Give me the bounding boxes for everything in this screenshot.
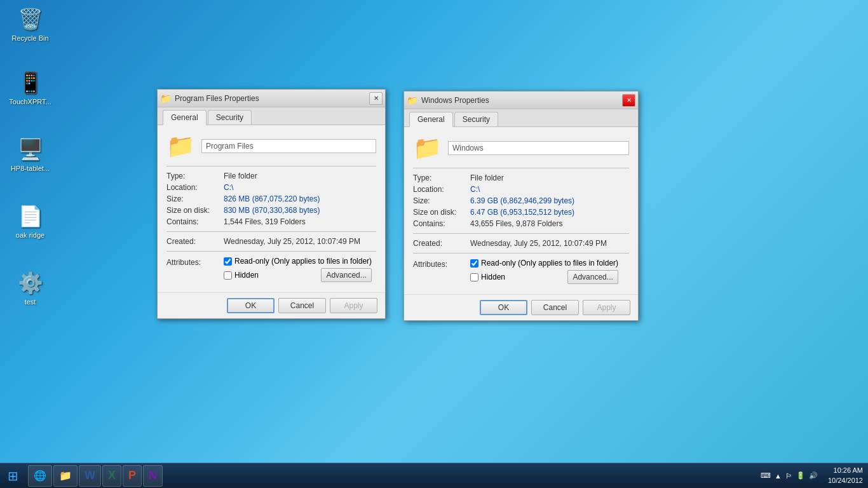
created-label: Created: xyxy=(166,237,224,246)
excel-icon: X xyxy=(108,469,116,482)
desktop-icon-touchxprt[interactable]: 📱 TouchXPRT... xyxy=(6,70,54,106)
taskbar-btn-ie[interactable]: 🌐 xyxy=(28,465,52,487)
w-size-label: Size: xyxy=(413,196,470,205)
ok-button-1[interactable]: OK xyxy=(227,298,275,313)
test-icon: ⚙️ xyxy=(18,270,43,295)
contains-label: Contains: xyxy=(166,217,224,226)
w-type-row: Type: File folder xyxy=(413,173,629,182)
size-label: Size: xyxy=(166,194,224,203)
tab-general-2[interactable]: General xyxy=(409,112,453,127)
type-row: Type: File folder xyxy=(166,172,376,180)
windows-close-button[interactable]: ✕ xyxy=(622,94,635,107)
program-files-name-input[interactable] xyxy=(201,139,376,153)
program-files-close-button[interactable]: ✕ xyxy=(369,92,383,105)
w-size-disk-row: Size on disk: 6.47 GB (6,953,152,512 byt… xyxy=(413,208,629,217)
w-attributes-row: Attributes: Read-only (Only applies to f… xyxy=(413,259,629,284)
file-explorer-icon: 📁 xyxy=(59,470,72,482)
desktop-icon-oak-ridge[interactable]: 📄 oak ridge xyxy=(6,203,54,240)
taskbar-btn-file-explorer[interactable]: 📁 xyxy=(53,465,78,487)
taskbar-btn-powerpoint[interactable]: P xyxy=(123,465,142,487)
w-readonly-row: Read-only (Only applies to files in fold… xyxy=(470,259,618,268)
taskbar-clock[interactable]: 10:26 AM 10/24/2012 xyxy=(823,466,868,485)
windows-controls: ✕ xyxy=(622,94,635,107)
battery-icon: 🔋 xyxy=(796,471,805,480)
program-files-footer: OK Cancel Apply xyxy=(158,292,385,318)
w-contains-label: Contains: xyxy=(413,219,470,228)
w-readonly-label: Read-only (Only applies to files in fold… xyxy=(481,259,618,268)
created-row: Created: Wednesday, July 25, 2012, 10:07… xyxy=(166,237,376,246)
cancel-button-1[interactable]: Cancel xyxy=(278,298,326,313)
windows-name-input[interactable] xyxy=(448,141,629,155)
tab-security-1[interactable]: Security xyxy=(208,110,252,125)
oak-ridge-icon: 📄 xyxy=(18,203,43,229)
created-value: Wednesday, July 25, 2012, 10:07:49 PM xyxy=(224,237,376,246)
readonly-label-1: Read-only (Only applies to files in fold… xyxy=(234,257,372,266)
powerpoint-icon: P xyxy=(128,469,136,482)
windows-tabs: General Security xyxy=(404,109,638,127)
advanced-button-1[interactable]: Advanced... xyxy=(321,268,372,282)
w-hidden-row: Hidden xyxy=(470,273,505,281)
taskbar-items: 🌐 📁 W X P N xyxy=(25,465,756,487)
tab-general-1[interactable]: General xyxy=(163,110,207,125)
program-files-titlebar[interactable]: 📁 Program Files Properties ✕ xyxy=(158,90,385,107)
contains-row: Contains: 1,544 Files, 319 Folders xyxy=(166,217,376,226)
volume-icon[interactable]: 🔊 xyxy=(809,471,818,480)
attributes-label: Attributes: xyxy=(166,257,224,267)
w-size-value: 6.39 GB (6,862,946,299 bytes) xyxy=(470,196,629,205)
program-files-content: 📁 Type: File folder Location: C:\ Size: … xyxy=(158,125,385,292)
w-hidden-label: Hidden xyxy=(481,273,505,281)
hidden-checkbox-1[interactable] xyxy=(224,271,232,280)
readonly-row-1: Read-only (Only applies to files in fold… xyxy=(224,257,372,266)
desktop-icon-recycle-bin[interactable]: 🗑️ Recycle Bin xyxy=(6,6,54,43)
taskbar: ⊞ 🌐 📁 W X P N ⌨ ▲ 🏳 🔋 🔊 10:26 AM 10/24/2… xyxy=(0,463,868,488)
program-files-folder-header: 📁 xyxy=(166,133,376,159)
w-location-value: C:\ xyxy=(470,185,629,194)
windows-properties-window: 📁 Windows Properties ✕ General Security … xyxy=(403,91,639,321)
desktop-icon-hp8[interactable]: 🖥️ HP8-tablet... xyxy=(6,137,54,173)
w-type-label: Type: xyxy=(413,173,470,182)
size-disk-row: Size on disk: 830 MB (870,330,368 bytes) xyxy=(166,206,376,215)
advanced-button-2[interactable]: Advanced... xyxy=(567,270,618,284)
word-icon: W xyxy=(85,469,95,482)
touchxprt-label: TouchXPRT... xyxy=(9,98,51,106)
w-size-disk-value: 6.47 GB (6,953,152,512 bytes) xyxy=(470,208,629,217)
program-files-properties-window: 📁 Program Files Properties ✕ General Sec… xyxy=(157,89,386,319)
windows-content: 📁 Type: File folder Location: C:\ Size: … xyxy=(404,127,638,294)
taskbar-btn-word[interactable]: W xyxy=(79,465,101,487)
readonly-checkbox-1[interactable] xyxy=(224,257,232,266)
recycle-bin-icon: 🗑️ xyxy=(18,6,43,32)
w-contains-value: 43,655 Files, 9,878 Folders xyxy=(470,219,629,228)
taskbar-btn-onenote[interactable]: N xyxy=(143,465,163,487)
recycle-bin-label: Recycle Bin xyxy=(11,34,48,43)
program-files-title-icon: 📁 xyxy=(160,93,171,104)
w-contains-row: Contains: 43,655 Files, 9,878 Folders xyxy=(413,219,629,228)
windows-titlebar[interactable]: 📁 Windows Properties ✕ xyxy=(404,92,638,109)
apply-button-1[interactable]: Apply xyxy=(330,298,377,313)
program-files-tabs: General Security xyxy=(158,107,385,125)
desktop-icon-test[interactable]: ⚙️ test xyxy=(6,270,54,306)
location-value: C:\ xyxy=(224,183,376,192)
contains-value: 1,544 Files, 319 Folders xyxy=(224,217,376,226)
separator-3 xyxy=(166,251,376,252)
start-icon: ⊞ xyxy=(8,468,18,484)
size-disk-value: 830 MB (870,330,368 bytes) xyxy=(224,206,376,215)
w-hidden-checkbox[interactable] xyxy=(470,273,478,281)
flag-icon: 🏳 xyxy=(785,472,792,480)
ok-button-2[interactable]: OK xyxy=(480,300,527,315)
w-separator-1 xyxy=(413,168,629,168)
tab-security-2[interactable]: Security xyxy=(454,112,498,126)
taskbar-btn-excel[interactable]: X xyxy=(102,465,121,487)
cancel-button-2[interactable]: Cancel xyxy=(531,300,579,315)
notification-arrow[interactable]: ▲ xyxy=(775,472,782,480)
clock-date: 10/24/2012 xyxy=(828,476,863,485)
oak-ridge-label: oak ridge xyxy=(16,231,44,240)
test-label: test xyxy=(25,298,36,306)
apply-button-2[interactable]: Apply xyxy=(583,300,630,315)
location-row: Location: C:\ xyxy=(166,183,376,192)
start-button[interactable]: ⊞ xyxy=(0,463,25,489)
w-attributes-label: Attributes: xyxy=(413,259,470,269)
ie-icon: 🌐 xyxy=(34,470,46,482)
hidden-row-1: Hidden xyxy=(224,271,259,280)
program-files-controls: ✕ xyxy=(369,92,383,105)
w-readonly-checkbox[interactable] xyxy=(470,259,478,268)
